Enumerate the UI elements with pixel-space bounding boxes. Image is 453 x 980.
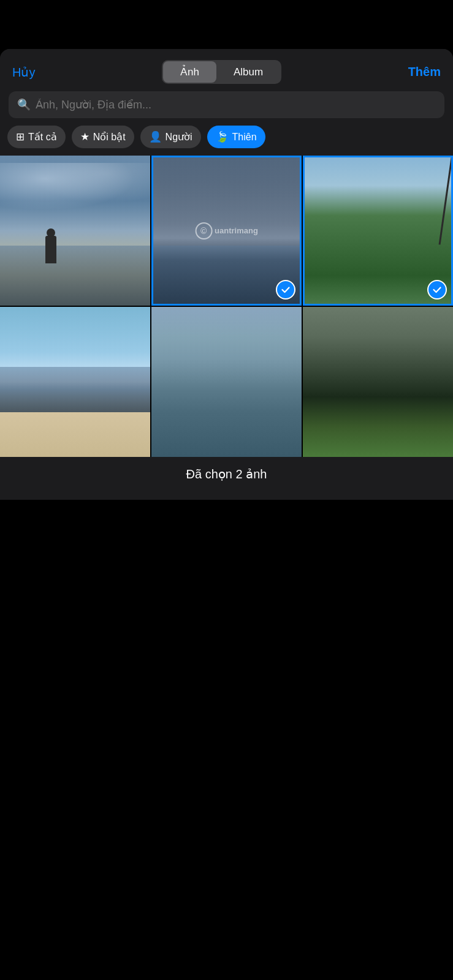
star-icon: ★ <box>80 130 89 143</box>
photo-person-figure <box>45 236 56 263</box>
filter-noi-bat[interactable]: ★ Nổi bật <box>72 126 134 148</box>
photo-cell-6[interactable] <box>303 307 453 457</box>
search-bar: 🔍 <box>9 91 444 118</box>
leaf-icon: 🍃 <box>216 130 229 143</box>
filter-row: ⊞ Tất cả ★ Nổi bật 👤 Người 🍃 Thiên <box>0 126 453 156</box>
photo-picker-header: Hủy Ảnh Album Thêm <box>0 49 453 91</box>
check-badge-3 <box>427 280 447 300</box>
filter-nguoi-label: Người <box>166 131 192 143</box>
search-input[interactable] <box>36 99 436 111</box>
photo-cell-3[interactable] <box>303 156 453 306</box>
photo-cell-2[interactable]: © uantrimang <box>151 156 302 306</box>
filter-tat-ca-label: Tất cả <box>28 131 57 143</box>
selected-count-text: Đã chọn 2 ảnh <box>186 467 267 481</box>
filter-noi-bat-label: Nổi bật <box>93 131 126 143</box>
filter-thien-nhien[interactable]: 🍃 Thiên <box>207 126 265 148</box>
photo-cell-5[interactable] <box>151 307 302 457</box>
segment-anh[interactable]: Ảnh <box>163 61 216 83</box>
bottom-bar: Đã chọn 2 ảnh <box>0 457 453 500</box>
check-badge-2 <box>276 280 295 300</box>
add-button[interactable]: Thêm <box>408 65 441 79</box>
segment-control: Ảnh Album <box>162 60 281 84</box>
filter-thien-nhien-label: Thiên <box>232 132 257 143</box>
segment-album[interactable]: Album <box>216 61 280 83</box>
cable-wire <box>439 156 453 245</box>
filter-nguoi[interactable]: 👤 Người <box>140 126 201 148</box>
photo-cell-4[interactable] <box>0 307 150 457</box>
filter-tat-ca[interactable]: ⊞ Tất cả <box>7 126 66 148</box>
cancel-button[interactable]: Hủy <box>12 65 35 80</box>
search-icon: 🔍 <box>17 98 31 111</box>
photo-grid: © uantrimang <box>0 156 453 457</box>
photo-cell-1[interactable] <box>0 156 150 306</box>
person-icon: 👤 <box>149 130 162 143</box>
grid-icon: ⊞ <box>16 130 25 143</box>
